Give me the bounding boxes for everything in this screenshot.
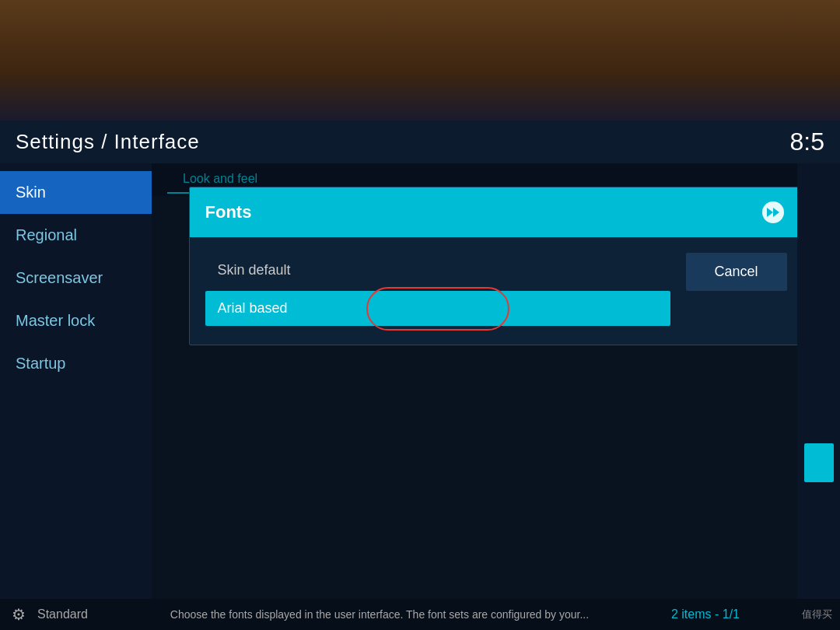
dialog-actions: Cancel bbox=[686, 253, 787, 329]
dialog-body: Skin default Arial based Cancel bbox=[190, 237, 803, 345]
sidebar-item-startup[interactable]: Startup bbox=[0, 342, 152, 385]
kodi-logo-icon bbox=[759, 198, 787, 226]
sidebar-item-screensaver[interactable]: Screensaver bbox=[0, 257, 152, 299]
status-hint: Choose the fonts displayed in the user i… bbox=[88, 608, 671, 621]
sidebar: Skin Regional Screensaver Master lock St… bbox=[0, 163, 152, 630]
scroll-thumb[interactable] bbox=[804, 443, 834, 482]
header: Settings / Interface 8:5 bbox=[0, 121, 840, 163]
cancel-button[interactable]: Cancel bbox=[686, 253, 787, 291]
scrollbar-area bbox=[797, 163, 840, 599]
sidebar-item-regional[interactable]: Regional bbox=[0, 214, 152, 257]
dialog-overlay: Fonts Skin default bbox=[152, 163, 840, 599]
dialog-header: Fonts bbox=[190, 187, 803, 237]
top-decorative-bar bbox=[0, 0, 840, 121]
main-content: Skin Regional Screensaver Master lock St… bbox=[0, 163, 840, 630]
sidebar-item-skin[interactable]: Skin bbox=[0, 171, 152, 214]
dialog-title: Fonts bbox=[205, 202, 252, 222]
items-count: 2 items - 1/1 bbox=[671, 607, 740, 621]
list-item-arial-based[interactable]: Arial based bbox=[205, 291, 670, 326]
list-item-skin-default[interactable]: Skin default bbox=[205, 253, 670, 288]
watermark: 值得买 bbox=[802, 607, 832, 621]
clock: 8:5 bbox=[790, 128, 824, 156]
sidebar-item-master-lock[interactable]: Master lock bbox=[0, 299, 152, 342]
dialog-list: Skin default Arial based bbox=[205, 253, 670, 329]
status-left: ⚙ Standard bbox=[8, 604, 88, 625]
status-bar: ⚙ Standard Choose the fonts displayed in… bbox=[0, 599, 840, 630]
page-title: Settings / Interface bbox=[16, 130, 200, 154]
fonts-dialog: Fonts Skin default bbox=[189, 187, 803, 345]
gear-icon[interactable]: ⚙ bbox=[8, 604, 30, 625]
profile-label: Standard bbox=[37, 607, 88, 621]
content-panel: Look and feel s Fonts bbox=[152, 163, 840, 630]
